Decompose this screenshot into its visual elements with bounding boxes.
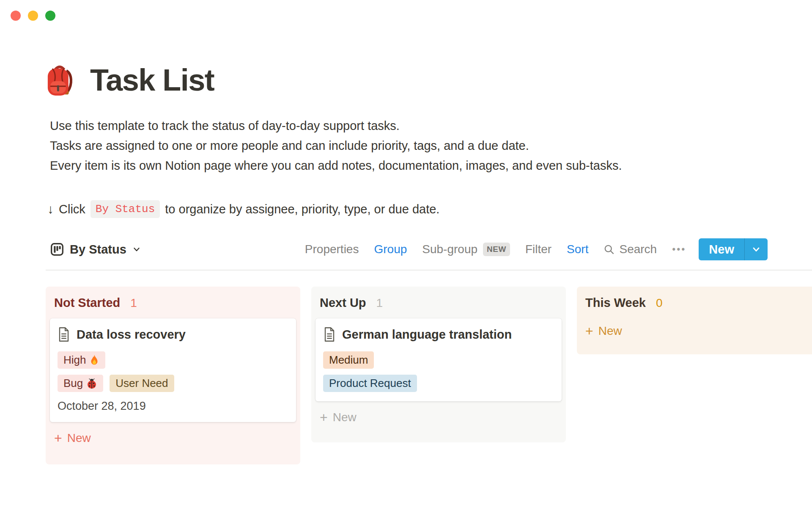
- sort-button[interactable]: Sort: [567, 243, 588, 256]
- column-name: This Week: [585, 296, 646, 310]
- add-new-card-button[interactable]: + New: [320, 411, 566, 424]
- tag-label: High: [63, 353, 86, 367]
- tag-product-request: Product Request: [323, 375, 417, 392]
- page-description: Use this template to track the status of…: [50, 116, 812, 176]
- page-title-row: Task List: [40, 59, 812, 101]
- page-title: Task List: [90, 63, 214, 97]
- sub-group-label: Sub-group: [422, 243, 477, 256]
- description-line: Every item is its own Notion page where …: [50, 156, 812, 176]
- card-title: German language translation: [342, 328, 512, 342]
- column-count: 1: [130, 296, 137, 310]
- ladybug-emoji: [86, 378, 97, 389]
- view-selector-by-status[interactable]: By Status: [50, 242, 141, 257]
- page-document-icon: [323, 327, 336, 342]
- view-toolbar: By Status Properties Group Sub-group NEW…: [50, 238, 768, 260]
- minimize-window-button[interactable]: [28, 11, 38, 21]
- search-icon: [604, 244, 615, 255]
- new-entry-button[interactable]: New: [699, 238, 768, 260]
- page-document-icon: [58, 327, 70, 342]
- toolbar-divider: [46, 270, 812, 271]
- add-new-label: New: [67, 431, 91, 445]
- filter-button[interactable]: Filter: [525, 243, 551, 256]
- search-label: Search: [619, 243, 657, 256]
- tag-bug: Bug: [58, 375, 103, 392]
- tag-user-need: User Need: [110, 375, 174, 392]
- backpack-emoji[interactable]: [40, 61, 79, 99]
- description-line: Tasks are assigned to one or more people…: [50, 136, 812, 156]
- card-title: Data loss recovery: [77, 328, 186, 342]
- column-header-not-started[interactable]: Not Started 1: [46, 293, 300, 310]
- down-arrow-icon: ↓: [47, 202, 54, 216]
- more-options-button[interactable]: •••: [672, 244, 686, 255]
- instruction-line: ↓ Click By Status to organize by assigne…: [47, 200, 812, 218]
- tag-label: Product Request: [329, 377, 411, 390]
- add-new-card-button[interactable]: + New: [54, 431, 300, 445]
- card-german-language-translation[interactable]: German language translation Medium Produ…: [315, 318, 562, 401]
- card-due-date: October 28, 2019: [58, 400, 288, 413]
- add-new-card-button[interactable]: + New: [585, 324, 812, 338]
- column-this-week: This Week 0 + New: [577, 287, 812, 354]
- column-not-started: Not Started 1 Data loss recovery: [46, 287, 300, 464]
- column-header-next-up[interactable]: Next Up 1: [311, 293, 566, 310]
- by-status-code-chip: By Status: [91, 200, 160, 218]
- view-selector-label: By Status: [70, 243, 126, 257]
- column-next-up: Next Up 1 German language translatio: [311, 287, 566, 442]
- new-feature-badge: NEW: [483, 243, 510, 256]
- chevron-down-icon: [132, 245, 141, 254]
- maximize-window-button[interactable]: [45, 11, 55, 21]
- column-header-this-week[interactable]: This Week 0: [577, 293, 812, 310]
- tag-medium-priority: Medium: [323, 351, 374, 369]
- tag-label: Medium: [329, 353, 368, 367]
- tag-label: User Need: [115, 377, 168, 390]
- tag-high-priority: High: [58, 351, 105, 369]
- tag-label: Bug: [63, 377, 83, 390]
- sub-group-button[interactable]: Sub-group NEW: [422, 243, 510, 256]
- card-data-loss-recovery[interactable]: Data loss recovery High: [50, 318, 296, 422]
- group-button[interactable]: Group: [374, 243, 407, 256]
- kanban-board: Not Started 1 Data loss recovery: [46, 287, 812, 464]
- column-count: 1: [376, 296, 383, 310]
- fire-emoji: [89, 354, 99, 366]
- add-new-label: New: [333, 411, 357, 424]
- plus-icon: +: [320, 411, 328, 424]
- search-button[interactable]: Search: [604, 243, 657, 256]
- window-controls: [11, 11, 55, 21]
- instruction-text: Click: [59, 202, 85, 216]
- add-new-label: New: [598, 324, 622, 338]
- notion-page: Task List Use this template to track the…: [0, 59, 812, 464]
- column-name: Next Up: [320, 296, 366, 310]
- column-count: 0: [656, 296, 663, 310]
- description-line: Use this template to track the status of…: [50, 116, 812, 136]
- plus-icon: +: [54, 431, 62, 445]
- new-entry-button-label[interactable]: New: [699, 238, 744, 260]
- column-name: Not Started: [54, 296, 120, 310]
- plus-icon: +: [585, 324, 593, 338]
- new-entry-dropdown-button[interactable]: [744, 238, 768, 260]
- properties-button[interactable]: Properties: [305, 243, 359, 256]
- board-view-icon: [50, 242, 64, 257]
- instruction-text: to organize by assignee, priority, type,…: [165, 202, 439, 216]
- close-window-button[interactable]: [11, 11, 21, 21]
- toolbar-right-group: Properties Group Sub-group NEW Filter So…: [305, 238, 768, 260]
